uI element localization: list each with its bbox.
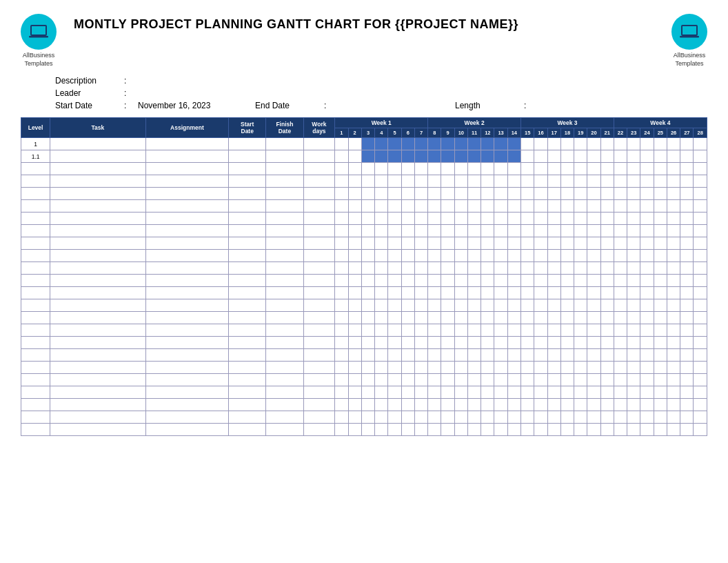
day-cell-1 — [335, 324, 348, 337]
day-cell-3 — [361, 138, 374, 150]
day-cell-28 — [694, 349, 707, 362]
day-cell-20 — [587, 225, 600, 237]
day-cell-10 — [454, 262, 467, 275]
day-cell-25 — [654, 175, 667, 188]
day-cell-14 — [507, 374, 520, 386]
table-row — [21, 225, 707, 237]
th-work-days: Workdays — [303, 118, 335, 138]
day-cell-27 — [680, 337, 694, 349]
day-cell-7 — [414, 349, 427, 362]
day-cell-27 — [680, 411, 694, 424]
day-cell-1 — [335, 374, 348, 386]
day-cell-4 — [375, 213, 388, 225]
assign-cell — [145, 424, 228, 436]
day-cell-3 — [361, 424, 374, 436]
day-cell-12 — [481, 349, 494, 362]
assign-cell — [145, 150, 228, 163]
day-cell-4 — [375, 188, 388, 200]
day-cell-7 — [414, 213, 427, 225]
day-cell-15 — [521, 188, 534, 200]
day-cell-4 — [375, 225, 388, 237]
th-week4: Week 4 — [614, 118, 707, 128]
day-cell-5 — [388, 275, 401, 287]
table-row — [21, 399, 707, 411]
day-cell-24 — [640, 399, 654, 411]
day-cell-1 — [335, 225, 348, 237]
day-cell-2 — [348, 299, 361, 312]
day-cell-27 — [680, 200, 694, 213]
day-cell-7 — [414, 374, 427, 386]
day-cell-16 — [534, 299, 547, 312]
start-cell — [229, 362, 266, 374]
day-cell-3 — [361, 312, 374, 324]
day-cell-8 — [428, 150, 441, 163]
table-row — [21, 374, 707, 386]
day-cell-25 — [654, 163, 667, 175]
day-cell-17 — [547, 324, 560, 337]
finish-cell — [266, 237, 303, 250]
day-cell-19 — [574, 399, 587, 411]
day-cell-28 — [694, 237, 707, 250]
start-cell — [229, 287, 266, 299]
day-cell-19 — [574, 312, 587, 324]
day-cell-27 — [680, 275, 694, 287]
day-cell-24 — [640, 150, 654, 163]
day-cell-24 — [640, 424, 654, 436]
day-cell-18 — [560, 262, 574, 275]
day-cell-3 — [361, 324, 374, 337]
day-cell-15 — [521, 275, 534, 287]
day-8: 8 — [428, 128, 441, 138]
finish-cell — [266, 188, 303, 200]
work-cell — [303, 188, 335, 200]
day-cell-5 — [388, 324, 401, 337]
day-cell-21 — [600, 250, 614, 262]
level-cell — [21, 374, 50, 386]
day-cell-8 — [428, 175, 441, 188]
assign-cell — [145, 237, 228, 250]
task-cell — [50, 138, 146, 150]
day-cell-26 — [667, 262, 680, 275]
day-cell-25 — [654, 188, 667, 200]
day-cell-18 — [560, 399, 574, 411]
day-2: 2 — [348, 128, 361, 138]
table-row — [21, 200, 707, 213]
day-cell-27 — [680, 262, 694, 275]
day-cell-14 — [507, 362, 520, 374]
day-cell-14 — [507, 399, 520, 411]
day-cell-21 — [600, 399, 614, 411]
day-cell-19 — [574, 287, 587, 299]
day-cell-28 — [694, 299, 707, 312]
day-cell-16 — [534, 411, 547, 424]
day-cell-18 — [560, 324, 574, 337]
day-cell-19 — [574, 200, 587, 213]
finish-cell — [266, 374, 303, 386]
day-cell-14 — [507, 312, 520, 324]
day-15: 15 — [521, 128, 534, 138]
day-cell-20 — [587, 337, 600, 349]
day-cell-18 — [560, 337, 574, 349]
day-cell-6 — [401, 324, 414, 337]
day-cell-27 — [680, 225, 694, 237]
day-cell-12 — [481, 424, 494, 436]
day-cell-24 — [640, 374, 654, 386]
day-cell-23 — [627, 237, 640, 250]
day-cell-22 — [614, 349, 627, 362]
day-cell-7 — [414, 150, 427, 163]
day-cell-11 — [467, 175, 481, 188]
day-cell-3 — [361, 200, 374, 213]
description-row: Description : — [55, 76, 707, 86]
day-cell-20 — [587, 188, 600, 200]
day-cell-25 — [654, 262, 667, 275]
day-cell-23 — [627, 337, 640, 349]
task-cell — [50, 287, 146, 299]
day-cell-19 — [574, 225, 587, 237]
assign-cell — [145, 386, 228, 399]
day-cell-8 — [428, 188, 441, 200]
level-cell — [21, 275, 50, 287]
day-cell-18 — [560, 250, 574, 262]
day-cell-8 — [428, 250, 441, 262]
day-cell-6 — [401, 374, 414, 386]
day-cell-17 — [547, 262, 560, 275]
day-cell-17 — [547, 275, 560, 287]
day-cell-14 — [507, 299, 520, 312]
